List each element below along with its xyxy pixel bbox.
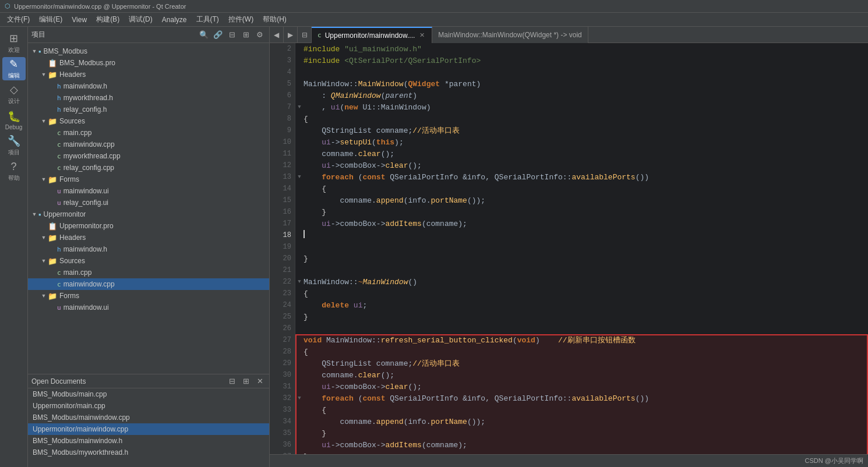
filter-btn[interactable]: 🔍	[198, 29, 210, 41]
fold-indicator[interactable]: ▼	[295, 104, 304, 110]
tab-nav-next[interactable]: ▶	[284, 27, 298, 43]
line-number: 8	[270, 113, 291, 125]
main-layout: ⊞欢迎✎编辑◇设计🐛Debug🔧项目?帮助 项目 🔍 🔗 ⊟ ⊞ ⚙ ▼▪BMS…	[0, 27, 868, 467]
tree-item-label: Headers	[59, 234, 86, 242]
open-docs-expand-btn[interactable]: ⊞	[240, 376, 252, 387]
collapse-btn[interactable]: ⊟	[226, 29, 238, 41]
sidebar-item-项目[interactable]: 🔧项目	[2, 134, 26, 157]
tree-item-mainwindow_cpp[interactable]: cmainwindow.cpp	[28, 139, 269, 150]
line-number: 32	[270, 392, 291, 404]
tree-item-bms_sources[interactable]: ▼📁Sources	[28, 115, 269, 127]
cpp-file-icon: c	[57, 281, 61, 288]
title-text: Uppermonitor/mainwindow.cpp @ Uppermonit…	[14, 3, 186, 10]
expand-btn[interactable]: ⊞	[240, 29, 252, 41]
editor-wrapper[interactable]: #include "ui_mainwindow.h" #include <QtS…	[295, 43, 868, 454]
tree-expand-arrow[interactable]: ▼	[40, 118, 48, 124]
sidebar-item-欢迎[interactable]: ⊞欢迎	[2, 31, 26, 55]
tree-expand-arrow[interactable]: ▼	[30, 211, 38, 217]
menu-item[interactable]: View	[67, 15, 91, 25]
sidebar-icon-symbol: 🐛	[8, 110, 20, 123]
open-docs-sort-btn[interactable]: ⊟	[226, 376, 238, 387]
editor-tab[interactable]: cUppermonitor/mainwindow....✕	[312, 27, 432, 43]
project-tree: ▼▪BMS_Modbus 📋BMS_Modbus.pro▼📁Headers hm…	[28, 43, 269, 374]
folder-icon: 📁	[48, 175, 57, 184]
menu-item[interactable]: 编辑(E)	[34, 13, 67, 26]
tree-item-up_mainwindow_cpp[interactable]: cmainwindow.cpp	[28, 278, 269, 290]
menu-item[interactable]: 调试(D)	[124, 13, 157, 26]
tree-item-relay_config_cpp[interactable]: crelay_config.cpp	[28, 162, 269, 174]
folder-icon: 📁	[48, 257, 57, 266]
code-text: ui->comboBox->clear();	[304, 161, 422, 170]
tree-item-up_mainwindow_h[interactable]: hmainwindow.h	[28, 243, 269, 255]
tree-arrow	[49, 107, 57, 112]
tree-item-bms_modbus_pro[interactable]: 📋BMS_Modbus.pro	[28, 57, 269, 69]
menu-item[interactable]: 工具(T)	[192, 13, 224, 26]
tree-item-bms_forms[interactable]: ▼📁Forms	[28, 174, 269, 185]
header-file-icon: h	[57, 106, 61, 114]
code-line: ui->comboBox->clear();	[295, 160, 868, 171]
tree-expand-arrow[interactable]: ▼	[40, 293, 48, 299]
cpp-file-icon: c	[57, 153, 61, 160]
tree-item-myworkthread_cpp[interactable]: cmyworkthread.cpp	[28, 150, 269, 162]
code-text: delete ui;	[304, 301, 367, 310]
editor-tab[interactable]: MainWindow::MainWindow(QWidget *) -> voi…	[432, 27, 588, 43]
fold-indicator[interactable]: ▼	[295, 395, 304, 401]
tree-item-relay_config_h[interactable]: hrelay_config.h	[28, 104, 269, 115]
tree-item-uppermonitor_pro[interactable]: 📋Uppermonitor.pro	[28, 220, 269, 232]
tree-item-up_headers[interactable]: ▼📁Headers	[28, 232, 269, 243]
sidebar-item-编辑[interactable]: ✎编辑	[2, 57, 26, 80]
tree-expand-arrow[interactable]: ▼	[30, 48, 38, 54]
tree-expand-arrow[interactable]: ▼	[40, 235, 48, 240]
open-doc-item[interactable]: BMS_Modbus/myworkthread.h	[28, 447, 269, 458]
open-doc-item[interactable]: Uppermonitor/main.cpp	[28, 400, 269, 412]
code-line: }	[295, 451, 868, 454]
tree-item-uppermonitor[interactable]: ▼▪Uppermonitor	[28, 208, 269, 220]
tree-expand-arrow[interactable]: ▼	[40, 258, 48, 264]
folder-icon: 📁	[48, 117, 57, 126]
tab-nav-prev[interactable]: ◀	[270, 27, 284, 43]
code-line: {	[295, 113, 868, 125]
open-doc-item[interactable]: BMS_Modbus/mainwindow.cpp	[28, 412, 269, 423]
tree-item-mainwindow_h[interactable]: hmainwindow.h	[28, 80, 269, 92]
open-doc-item[interactable]: Uppermonitor/mainwindow.cpp	[28, 423, 269, 435]
fold-indicator[interactable]: ▼	[295, 174, 304, 180]
menu-item[interactable]: 文件(F)	[2, 13, 34, 26]
tree-item-bms_headers[interactable]: ▼📁Headers	[28, 69, 269, 80]
line-number: 25	[270, 311, 291, 323]
menu-item[interactable]: 控件(W)	[224, 13, 258, 26]
sidebar-icon-symbol: ◇	[10, 83, 18, 96]
tree-item-bms_modbus[interactable]: ▼▪BMS_Modbus	[28, 45, 269, 57]
tree-item-up_forms[interactable]: ▼📁Forms	[28, 290, 269, 302]
line-number: 34	[270, 416, 291, 427]
tree-item-myworkthread_h[interactable]: hmyworkthread.h	[28, 92, 269, 104]
sidebar-item-帮助[interactable]: ?帮助	[2, 160, 26, 183]
tree-arrow	[49, 305, 57, 310]
tree-item-main_cpp[interactable]: cmain.cpp	[28, 127, 269, 139]
line-number: 33	[270, 404, 291, 416]
settings-btn[interactable]: ⚙	[254, 29, 266, 41]
link-btn[interactable]: 🔗	[212, 29, 224, 41]
menu-item[interactable]: 帮助(H)	[258, 13, 291, 26]
tree-item-label: mainwindow.cpp	[63, 280, 115, 288]
code-line: }	[295, 311, 868, 323]
tree-item-mainwindow_ui[interactable]: umainwindow.ui	[28, 185, 269, 197]
tree-expand-arrow[interactable]: ▼	[40, 176, 48, 182]
open-doc-item[interactable]: BMS_Modbus/main.cpp	[28, 388, 269, 400]
line-number: 9	[270, 125, 291, 136]
tree-item-up_sources[interactable]: ▼📁Sources	[28, 255, 269, 267]
sidebar-item-Debug[interactable]: 🐛Debug	[2, 108, 26, 132]
sidebar-item-设计[interactable]: ◇设计	[2, 83, 26, 106]
menu-item[interactable]: Analyze	[157, 15, 192, 25]
fold-indicator[interactable]: ▼	[295, 279, 304, 285]
tab-nav-menu[interactable]: ⊟	[298, 27, 312, 43]
tab-close-btn[interactable]: ✕	[418, 31, 426, 39]
code-text: #include <QtSerialPort/QSerialPortInfo>	[304, 56, 481, 65]
tree-item-relay_config_ui[interactable]: urelay_config.ui	[28, 197, 269, 208]
tree-item-up_main_cpp[interactable]: cmain.cpp	[28, 267, 269, 278]
tree-item-up_mainwindow_ui[interactable]: umainwindow.ui	[28, 302, 269, 313]
tree-expand-arrow[interactable]: ▼	[40, 72, 48, 77]
open-docs-close-btn[interactable]: ✕	[254, 376, 266, 387]
open-documents-panel: Open Documents ⊟ ⊞ ✕ BMS_Modbus/main.cpp…	[28, 374, 269, 467]
open-doc-item[interactable]: BMS_Modbus/mainwindow.h	[28, 435, 269, 447]
menu-item[interactable]: 构建(B)	[91, 13, 124, 26]
